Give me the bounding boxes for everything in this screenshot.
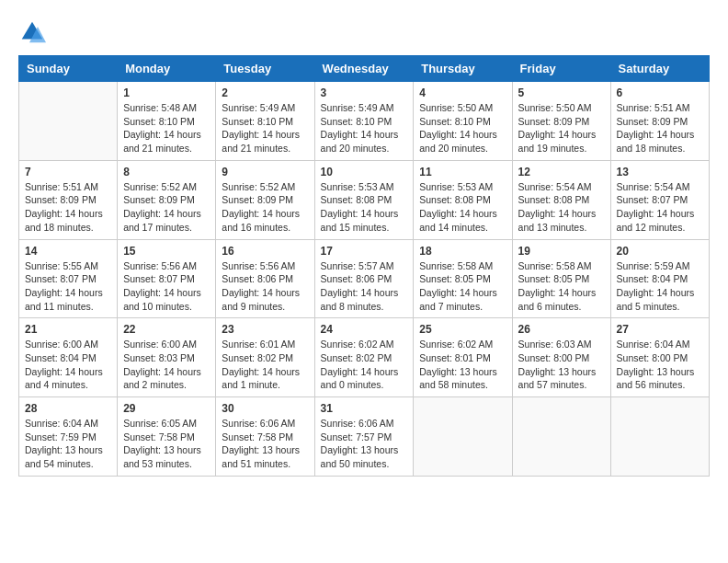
day-info: Sunrise: 6:03 AM Sunset: 8:00 PM Dayligh… [518, 338, 605, 392]
calendar-cell: 31Sunrise: 6:06 AM Sunset: 7:57 PM Dayli… [314, 397, 414, 477]
day-number: 11 [419, 166, 506, 178]
day-number: 26 [518, 323, 605, 336]
day-number: 3 [321, 86, 408, 99]
calendar-cell: 30Sunrise: 6:06 AM Sunset: 7:58 PM Dayli… [216, 397, 314, 477]
day-number: 10 [321, 166, 408, 178]
day-number: 7 [25, 166, 111, 178]
day-info: Sunrise: 5:49 AM Sunset: 8:10 PM Dayligh… [321, 101, 408, 155]
day-number: 20 [617, 245, 703, 258]
calendar-cell: 20Sunrise: 5:59 AM Sunset: 8:04 PM Dayli… [610, 239, 709, 318]
day-info: Sunrise: 5:58 AM Sunset: 8:05 PM Dayligh… [419, 259, 506, 314]
calendar-cell: 21Sunrise: 6:00 AM Sunset: 8:04 PM Dayli… [19, 318, 118, 397]
day-info: Sunrise: 5:48 AM Sunset: 8:10 PM Dayligh… [123, 101, 210, 155]
day-number: 6 [617, 86, 703, 99]
day-number: 19 [518, 245, 605, 258]
day-number: 29 [123, 402, 210, 415]
day-info: Sunrise: 6:05 AM Sunset: 7:58 PM Dayligh… [123, 417, 210, 471]
calendar-cell [414, 397, 512, 477]
day-info: Sunrise: 6:01 AM Sunset: 8:02 PM Dayligh… [222, 338, 308, 392]
day-number: 2 [222, 86, 308, 99]
calendar-cell: 8Sunrise: 5:52 AM Sunset: 8:09 PM Daylig… [118, 160, 216, 239]
calendar-cell: 24Sunrise: 6:02 AM Sunset: 8:02 PM Dayli… [314, 318, 414, 397]
day-number: 17 [321, 245, 408, 258]
day-info: Sunrise: 5:59 AM Sunset: 8:04 PM Dayligh… [617, 259, 703, 314]
day-number: 15 [123, 245, 210, 258]
day-header-saturday: Saturday [610, 56, 709, 82]
day-number: 9 [222, 166, 308, 178]
day-info: Sunrise: 6:00 AM Sunset: 8:03 PM Dayligh… [123, 338, 210, 392]
day-info: Sunrise: 5:51 AM Sunset: 8:09 PM Dayligh… [617, 101, 703, 155]
day-info: Sunrise: 5:56 AM Sunset: 8:07 PM Dayligh… [123, 259, 210, 314]
day-number: 22 [123, 323, 210, 336]
day-number: 5 [518, 86, 605, 99]
page-header [18, 18, 710, 46]
day-info: Sunrise: 6:04 AM Sunset: 8:00 PM Dayligh… [617, 338, 703, 392]
calendar-cell: 2Sunrise: 5:49 AM Sunset: 8:10 PM Daylig… [216, 82, 314, 161]
calendar-cell: 7Sunrise: 5:51 AM Sunset: 8:09 PM Daylig… [19, 160, 118, 239]
logo-icon [18, 18, 46, 46]
day-info: Sunrise: 5:55 AM Sunset: 8:07 PM Dayligh… [25, 259, 111, 314]
day-number: 28 [25, 402, 111, 415]
calendar-cell: 26Sunrise: 6:03 AM Sunset: 8:00 PM Dayli… [512, 318, 610, 397]
day-number: 23 [222, 323, 308, 336]
calendar-cell: 18Sunrise: 5:58 AM Sunset: 8:05 PM Dayli… [414, 239, 512, 318]
calendar-cell [19, 82, 118, 161]
day-header-wednesday: Wednesday [314, 56, 414, 82]
day-number: 13 [617, 166, 703, 178]
day-number: 12 [518, 166, 605, 178]
day-header-friday: Friday [512, 56, 610, 82]
calendar-week-row: 28Sunrise: 6:04 AM Sunset: 7:59 PM Dayli… [19, 397, 710, 477]
day-header-tuesday: Tuesday [216, 56, 314, 82]
day-info: Sunrise: 5:49 AM Sunset: 8:10 PM Dayligh… [222, 101, 308, 155]
day-info: Sunrise: 6:04 AM Sunset: 7:59 PM Dayligh… [25, 417, 111, 471]
day-number: 21 [25, 323, 111, 336]
calendar-cell: 5Sunrise: 5:50 AM Sunset: 8:09 PM Daylig… [512, 82, 610, 161]
day-info: Sunrise: 5:54 AM Sunset: 8:07 PM Dayligh… [617, 180, 703, 235]
day-number: 18 [419, 245, 506, 258]
calendar-cell: 11Sunrise: 5:53 AM Sunset: 8:08 PM Dayli… [414, 160, 512, 239]
calendar-cell: 14Sunrise: 5:55 AM Sunset: 8:07 PM Dayli… [19, 239, 118, 318]
calendar-week-row: 7Sunrise: 5:51 AM Sunset: 8:09 PM Daylig… [19, 160, 710, 239]
calendar-cell: 10Sunrise: 5:53 AM Sunset: 8:08 PM Dayli… [314, 160, 414, 239]
calendar-cell: 25Sunrise: 6:02 AM Sunset: 8:01 PM Dayli… [414, 318, 512, 397]
day-info: Sunrise: 5:53 AM Sunset: 8:08 PM Dayligh… [419, 180, 506, 235]
day-info: Sunrise: 5:56 AM Sunset: 8:06 PM Dayligh… [222, 259, 308, 314]
calendar-header-row: SundayMondayTuesdayWednesdayThursdayFrid… [19, 56, 710, 82]
calendar-cell: 1Sunrise: 5:48 AM Sunset: 8:10 PM Daylig… [118, 82, 216, 161]
day-info: Sunrise: 5:58 AM Sunset: 8:05 PM Dayligh… [518, 259, 605, 314]
logo [18, 18, 50, 46]
calendar-cell: 9Sunrise: 5:52 AM Sunset: 8:09 PM Daylig… [216, 160, 314, 239]
calendar-table: SundayMondayTuesdayWednesdayThursdayFrid… [18, 55, 710, 477]
day-info: Sunrise: 5:51 AM Sunset: 8:09 PM Dayligh… [25, 180, 111, 235]
day-info: Sunrise: 5:50 AM Sunset: 8:09 PM Dayligh… [518, 101, 605, 155]
day-header-thursday: Thursday [414, 56, 512, 82]
calendar-cell: 6Sunrise: 5:51 AM Sunset: 8:09 PM Daylig… [610, 82, 709, 161]
calendar-cell: 3Sunrise: 5:49 AM Sunset: 8:10 PM Daylig… [314, 82, 414, 161]
day-number: 24 [321, 323, 408, 336]
day-info: Sunrise: 6:06 AM Sunset: 7:58 PM Dayligh… [222, 417, 308, 471]
calendar-cell: 27Sunrise: 6:04 AM Sunset: 8:00 PM Dayli… [610, 318, 709, 397]
day-number: 16 [222, 245, 308, 258]
calendar-cell [610, 397, 709, 477]
day-info: Sunrise: 6:00 AM Sunset: 8:04 PM Dayligh… [25, 338, 111, 392]
day-number: 8 [123, 166, 210, 178]
calendar-cell: 28Sunrise: 6:04 AM Sunset: 7:59 PM Dayli… [19, 397, 118, 477]
day-info: Sunrise: 5:57 AM Sunset: 8:06 PM Dayligh… [321, 259, 408, 314]
day-header-sunday: Sunday [19, 56, 118, 82]
calendar-cell: 4Sunrise: 5:50 AM Sunset: 8:10 PM Daylig… [414, 82, 512, 161]
calendar-cell: 22Sunrise: 6:00 AM Sunset: 8:03 PM Dayli… [118, 318, 216, 397]
calendar-cell: 15Sunrise: 5:56 AM Sunset: 8:07 PM Dayli… [118, 239, 216, 318]
calendar-cell: 16Sunrise: 5:56 AM Sunset: 8:06 PM Dayli… [216, 239, 314, 318]
day-number: 4 [419, 86, 506, 99]
day-header-monday: Monday [118, 56, 216, 82]
day-number: 30 [222, 402, 308, 415]
day-info: Sunrise: 5:52 AM Sunset: 8:09 PM Dayligh… [123, 180, 210, 235]
day-number: 25 [419, 323, 506, 336]
day-info: Sunrise: 6:02 AM Sunset: 8:01 PM Dayligh… [419, 338, 506, 392]
day-info: Sunrise: 6:06 AM Sunset: 7:57 PM Dayligh… [321, 417, 408, 471]
calendar-cell: 13Sunrise: 5:54 AM Sunset: 8:07 PM Dayli… [610, 160, 709, 239]
calendar-cell [512, 397, 610, 477]
day-number: 27 [617, 323, 703, 336]
calendar-week-row: 1Sunrise: 5:48 AM Sunset: 8:10 PM Daylig… [19, 82, 710, 161]
day-number: 31 [321, 402, 408, 415]
